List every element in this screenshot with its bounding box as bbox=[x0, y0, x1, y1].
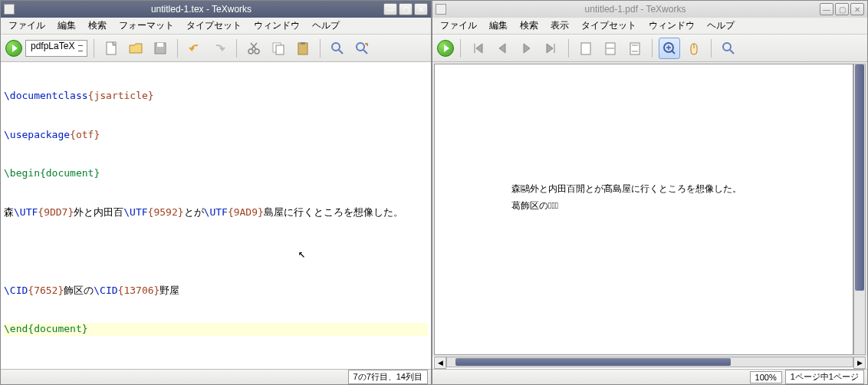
menu-edit[interactable]: 編集 bbox=[486, 18, 511, 34]
menu-typeset[interactable]: タイプセット bbox=[578, 18, 639, 34]
svg-point-3 bbox=[248, 49, 253, 54]
cut-icon[interactable] bbox=[243, 38, 265, 59]
cursor-position: 7の7行目、14列目 bbox=[348, 370, 428, 384]
toolbar-separator bbox=[236, 39, 237, 58]
tex-env: \end{document} bbox=[4, 323, 88, 334]
viewer-titlebar[interactable]: untitled-1.pdf - TeXworks — ▢ ✕ bbox=[432, 1, 867, 18]
scrollbar-thumb[interactable] bbox=[455, 358, 732, 366]
menu-search[interactable]: 検索 bbox=[517, 18, 541, 34]
copy-icon[interactable] bbox=[268, 38, 289, 59]
toolbar-separator bbox=[94, 39, 94, 58]
source-editor[interactable]: \documentclass{jsarticle} \usepackage{ot… bbox=[1, 62, 431, 369]
app-icon bbox=[436, 4, 446, 15]
viewer-menubar: ファイル 編集 検索 表示 タイプセット ウィンドウ ヘルプ bbox=[432, 18, 867, 35]
editor-titlebar[interactable]: untitled-1.tex - TeXworks — ▢ ✕ bbox=[1, 1, 431, 18]
viewer-toolbar bbox=[432, 35, 867, 62]
viewer-window: untitled-1.pdf - TeXworks — ▢ ✕ ファイル 編集 … bbox=[432, 0, 868, 385]
replace-icon[interactable] bbox=[351, 38, 373, 59]
maximize-button[interactable]: ▢ bbox=[399, 3, 413, 15]
actual-size-icon[interactable] bbox=[575, 38, 597, 59]
tex-arg: {otf} bbox=[70, 129, 100, 140]
new-file-icon[interactable] bbox=[100, 38, 122, 59]
svg-rect-11 bbox=[581, 43, 590, 54]
svg-rect-8 bbox=[301, 42, 305, 44]
toolbar-separator bbox=[460, 39, 461, 58]
pdf-content: 森鷗外と内田百閒とが髙島屋に行くところを想像した。 葛飾区の𠮷野屋 bbox=[511, 181, 741, 214]
fit-width-icon[interactable] bbox=[600, 38, 621, 59]
redo-icon[interactable] bbox=[209, 38, 230, 59]
svg-rect-7 bbox=[298, 43, 307, 54]
menu-help[interactable]: ヘルプ bbox=[704, 18, 738, 34]
undo-icon[interactable] bbox=[184, 38, 205, 59]
viewer-body: 森鷗外と内田百閒とが髙島屋に行くところを想像した。 葛飾区の𠮷野屋 bbox=[432, 62, 867, 357]
menu-edit[interactable]: 編集 bbox=[54, 18, 79, 34]
magnify-tool-icon[interactable] bbox=[659, 38, 680, 59]
scrollbar-thumb[interactable] bbox=[855, 64, 864, 291]
pdf-page[interactable]: 森鷗外と内田百閒とが髙島屋に行くところを想像した。 葛飾区の𠮷野屋 bbox=[434, 64, 853, 355]
tex-command: \documentclass bbox=[4, 90, 88, 101]
editor-menubar: ファイル 編集 検索 フォーマット タイプセット ウィンドウ ヘルプ bbox=[1, 18, 431, 35]
page-indicator[interactable]: 1ページ中1ページ bbox=[785, 370, 864, 384]
app-icon bbox=[4, 4, 15, 15]
maximize-button[interactable]: ▢ bbox=[835, 3, 849, 15]
viewer-statusbar: 100% 1ページ中1ページ bbox=[432, 369, 867, 384]
first-page-icon[interactable] bbox=[467, 38, 488, 59]
menu-window[interactable]: ウィンドウ bbox=[251, 18, 303, 34]
pdf-line: 葛飾区の𠮷野屋 bbox=[511, 198, 741, 215]
menu-typeset[interactable]: タイプセット bbox=[183, 18, 245, 34]
scroll-left-icon[interactable]: ◀ bbox=[434, 357, 446, 369]
svg-point-10 bbox=[357, 43, 364, 51]
menu-window[interactable]: ウィンドウ bbox=[646, 18, 698, 34]
svg-point-4 bbox=[255, 49, 259, 54]
viewer-window-title: untitled-1.pdf - TeXworks bbox=[451, 4, 820, 15]
toolbar-separator bbox=[568, 39, 569, 58]
editor-statusbar: 7の7行目、14列目 bbox=[1, 369, 431, 384]
engine-value: pdfpLaTeX bbox=[31, 41, 74, 51]
tex-arg: {jsarticle} bbox=[88, 90, 154, 101]
close-button[interactable]: ✕ bbox=[414, 3, 428, 15]
editor-toolbar: pdfpLaTeX bbox=[1, 35, 431, 62]
next-page-icon[interactable] bbox=[516, 38, 538, 59]
menu-file[interactable]: ファイル bbox=[5, 18, 48, 34]
minimize-button[interactable]: — bbox=[383, 3, 397, 15]
last-page-icon[interactable] bbox=[541, 38, 562, 59]
menu-search[interactable]: 検索 bbox=[85, 18, 110, 34]
svg-rect-6 bbox=[276, 45, 284, 54]
tex-command: \usepackage bbox=[4, 129, 70, 140]
typeset-button[interactable] bbox=[5, 40, 22, 57]
toolbar-separator bbox=[177, 39, 178, 58]
svg-point-15 bbox=[723, 43, 731, 51]
menu-view[interactable]: 表示 bbox=[547, 18, 572, 34]
menu-file[interactable]: ファイル bbox=[437, 18, 480, 34]
fit-window-icon[interactable] bbox=[624, 38, 646, 59]
menu-help[interactable]: ヘルプ bbox=[309, 18, 343, 34]
find-icon[interactable] bbox=[718, 38, 739, 59]
engine-select[interactable]: pdfpLaTeX bbox=[25, 40, 87, 57]
close-button[interactable]: ✕ bbox=[850, 3, 864, 15]
find-icon[interactable] bbox=[327, 38, 348, 59]
toolbar-separator bbox=[652, 39, 653, 58]
open-file-icon[interactable] bbox=[125, 38, 146, 59]
scroll-tool-icon[interactable] bbox=[683, 38, 705, 59]
toolbar-separator bbox=[711, 39, 712, 58]
paste-icon[interactable] bbox=[292, 38, 314, 59]
prev-page-icon[interactable] bbox=[492, 38, 513, 59]
tex-env: \begin{document} bbox=[4, 167, 100, 179]
scroll-right-icon[interactable]: ▶ bbox=[853, 357, 866, 369]
svg-rect-2 bbox=[157, 43, 163, 47]
svg-rect-13 bbox=[630, 43, 639, 54]
editor-window: untitled-1.tex - TeXworks — ▢ ✕ ファイル 編集 … bbox=[0, 0, 432, 385]
toolbar-separator bbox=[320, 39, 321, 58]
minimize-button[interactable]: — bbox=[820, 3, 833, 15]
horizontal-scrollbar: ◀ ▶ bbox=[432, 357, 867, 369]
editor-window-title: untitled-1.tex - TeXworks bbox=[19, 4, 383, 15]
typeset-button[interactable] bbox=[437, 40, 454, 57]
vertical-scrollbar[interactable] bbox=[853, 64, 866, 355]
scrollbar-track[interactable] bbox=[446, 357, 853, 367]
save-file-icon[interactable] bbox=[150, 38, 171, 59]
pdf-line: 森鷗外と内田百閒とが髙島屋に行くところを想像した。 bbox=[511, 181, 741, 198]
svg-point-9 bbox=[332, 43, 340, 51]
zoom-level[interactable]: 100% bbox=[750, 371, 782, 383]
menu-format[interactable]: フォーマット bbox=[116, 18, 177, 34]
